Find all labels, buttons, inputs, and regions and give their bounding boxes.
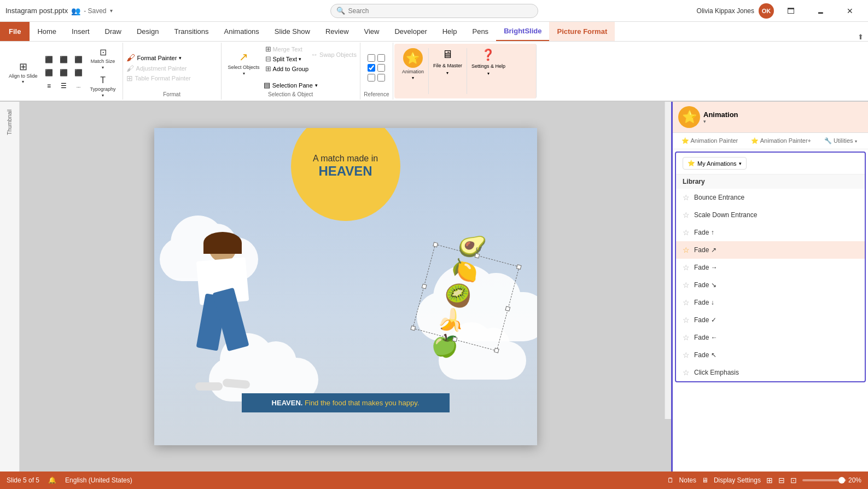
animation-dropdown-arrow[interactable]: ▾ [412, 75, 414, 80]
align-middle-button[interactable]: ⬛ [57, 67, 71, 79]
thumbnail-panel: Thumbnail [0, 102, 20, 471]
utilities-tab[interactable]: 🔧 Utilities ▾ [819, 135, 863, 147]
animation-painter-tab[interactable]: ⭐ Animation Painter [676, 135, 743, 147]
bounce-entrance-item[interactable]: ☆ Bounce Entrance [676, 189, 865, 206]
ref-checkbox-6[interactable] [377, 74, 385, 82]
minimize-button[interactable]: 🗕 [808, 0, 833, 22]
handle-mr[interactable] [505, 306, 510, 312]
right-scrollbar[interactable] [665, 102, 671, 419]
tab-picture-format[interactable]: Picture Format [549, 22, 615, 41]
add-to-group-button[interactable]: Add to Group [273, 66, 308, 72]
selection-pane-button[interactable]: Selection Pane [272, 82, 313, 89]
display-settings-icon[interactable]: 🖥 [702, 476, 708, 484]
zoom-slider[interactable] [802, 479, 846, 481]
tab-slideshow[interactable]: Slide Show [267, 22, 318, 41]
ref-checkbox-3[interactable] [368, 64, 375, 72]
user-avatar[interactable]: OK [759, 3, 774, 19]
handle-tl[interactable] [433, 242, 438, 247]
file-master-button[interactable]: 🖥 File & Master ▾ [429, 46, 467, 96]
ref-checkbox-4[interactable] [377, 64, 385, 72]
tab-transitions[interactable]: Transitions [166, 22, 216, 41]
align-bottom-button[interactable]: ⬛ [72, 67, 86, 79]
ref-checkbox-5[interactable] [368, 74, 375, 82]
slide[interactable]: A match made in HEAVEN 🥑🍋🥝🍌� [154, 128, 537, 445]
align-to-slide-button[interactable]: ⊞ Align to Slide ▾ [5, 59, 41, 87]
ref-checkbox-1[interactable] [368, 54, 375, 62]
restore-button[interactable]: 🗖 [778, 0, 803, 22]
fade-up-item[interactable]: ☆ Fade ↑ [676, 224, 865, 241]
view-grid-icon[interactable]: ⊟ [778, 476, 785, 485]
saved-dropdown[interactable]: ▾ [110, 8, 113, 14]
settings-help-button[interactable]: ❓ Settings & Help ▾ [467, 46, 510, 96]
tab-home[interactable]: Home [30, 22, 64, 41]
tab-view[interactable]: View [357, 22, 387, 41]
person-figure[interactable] [182, 235, 264, 393]
view-normal-icon[interactable]: ⊞ [766, 476, 773, 485]
tab-review[interactable]: Review [318, 22, 357, 41]
typography-button[interactable]: T Typography ▾ [87, 73, 119, 100]
align-top-button[interactable]: ⬛ [42, 67, 56, 79]
align-right-button[interactable]: ⬛ [72, 54, 86, 66]
search-box[interactable]: 🔍 [330, 4, 538, 18]
fade-up-left-item[interactable]: ☆ Fade ↖ [676, 346, 865, 364]
fp-dropdown[interactable]: ▾ [179, 55, 182, 61]
main-area: Thumbnail A match made in HEAVEN [0, 102, 868, 471]
fade-right-item[interactable]: ☆ Fade → [676, 259, 865, 276]
tab-insert[interactable]: Insert [64, 22, 97, 41]
animation-painter-plus-tab[interactable]: ⭐ Animation Painter+ [745, 135, 817, 147]
notes-label[interactable]: Notes [679, 476, 696, 484]
tab-design[interactable]: Design [129, 22, 166, 41]
my-animations-button[interactable]: ⭐ My Animations ▾ [683, 157, 747, 170]
title-left: Instagram post.pptx 👥 - Saved ▾ [5, 7, 113, 15]
select-objects-button[interactable]: ↗ Select Objects ▾ [225, 48, 263, 78]
fade-check-item[interactable]: ☆ Fade ✓ [676, 311, 865, 329]
notification-icon[interactable]: 🔔 [48, 476, 56, 484]
merge-text-icon: ⊞ [265, 45, 271, 53]
distribute-v-button[interactable]: ☰ [57, 80, 71, 92]
notes-icon[interactable]: 🗒 [667, 476, 674, 484]
distribute-h-button[interactable]: ≡ [42, 80, 56, 92]
ref-checkbox-2[interactable] [377, 54, 385, 62]
display-settings-label[interactable]: Display Settings [714, 476, 761, 484]
tab-draw[interactable]: Draw [97, 22, 129, 41]
view-fit-icon[interactable]: ⊡ [790, 476, 797, 485]
handle-tr[interactable] [516, 264, 521, 270]
adjustment-painter-button[interactable]: Adjustment Painter [136, 65, 187, 72]
fade-check-star-icon: ☆ [683, 316, 690, 324]
align-center-h-button[interactable]: ⬛ [57, 54, 71, 66]
table-format-painter-button[interactable]: Table Format Painter [135, 75, 191, 82]
swap-objects-button[interactable]: Swap Objects [319, 51, 357, 58]
tab-pens[interactable]: Pens [464, 22, 496, 41]
fade-down-right-item[interactable]: ☆ Fade ↘ [676, 276, 865, 294]
fade-down-item[interactable]: ☆ Fade ↓ [676, 294, 865, 311]
slide-canvas[interactable]: A match made in HEAVEN 🥑🍋🥝🍌� [20, 102, 671, 471]
tab-file[interactable]: File [0, 22, 30, 41]
click-emphasis-item[interactable]: ☆ Click Emphasis [676, 364, 865, 381]
tab-animations[interactable]: Animations [217, 22, 267, 41]
handle-bl[interactable] [410, 325, 416, 331]
tab-brightslide[interactable]: BrightSlide [496, 22, 549, 41]
format-painter-button[interactable]: Format Painter [137, 55, 177, 61]
search-input[interactable] [348, 7, 532, 15]
split-text-button[interactable]: Split Text [273, 56, 297, 62]
close-button[interactable]: ✕ [837, 0, 863, 22]
more-align-button[interactable]: ... [72, 80, 86, 92]
collab-icon: 👥 [71, 7, 80, 15]
ribbon-expand-icon[interactable]: ⬆ [858, 33, 864, 41]
slide-bottom-bar[interactable]: HEAVEN. Find the food that makes you hap… [242, 393, 450, 412]
zoom-label[interactable]: 20% [848, 476, 861, 484]
merge-text-button[interactable]: Merge Text [273, 46, 302, 53]
tab-developer[interactable]: Developer [387, 22, 434, 41]
align-left-button[interactable]: ⬛ [42, 54, 56, 66]
slide-info: Slide 5 of 5 [7, 476, 39, 484]
fade-left-item[interactable]: ☆ Fade ← [676, 329, 865, 346]
format-group-label: Format [163, 90, 180, 97]
scale-down-entrance-item[interactable]: ☆ Scale Down Entrance [676, 206, 865, 224]
sun-circle[interactable]: A match made in HEAVEN [291, 128, 400, 221]
match-size-button[interactable]: ⊡ Match Size ▾ [87, 45, 119, 72]
anim-painter-icon: ⭐ [681, 137, 689, 144]
zoom-thumb[interactable] [838, 477, 845, 484]
fade-diagonal-item[interactable]: ☆ Fade ↗ [676, 241, 865, 259]
tab-help[interactable]: Help [435, 22, 465, 41]
handle-ml[interactable] [421, 284, 427, 289]
